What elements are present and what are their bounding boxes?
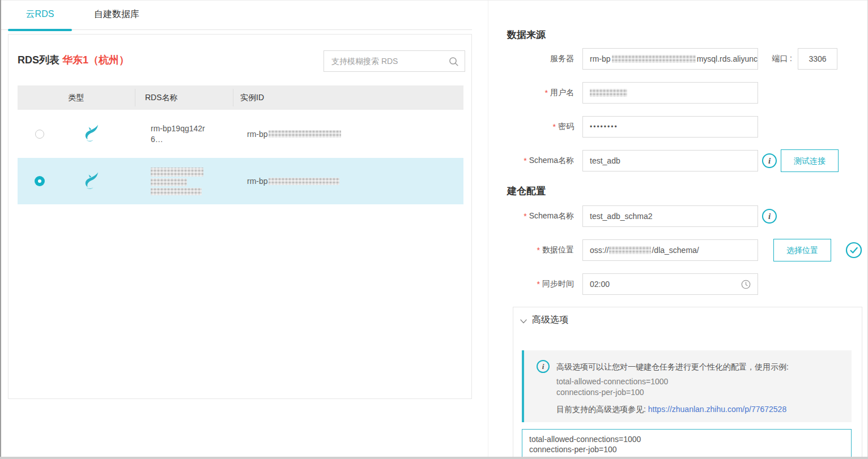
port-label: 端口 :: [763, 48, 792, 70]
test-connection-button[interactable]: 测试连接: [781, 149, 839, 172]
tab-cloud-rds-label: 云RDS: [26, 9, 54, 19]
column-separator: [233, 89, 233, 106]
source-type-tabbar: 云RDS 自建数据库: [0, 0, 472, 30]
column-separator: [135, 89, 135, 106]
row-name-cell: rm-bp19qg142r6…: [135, 123, 233, 145]
reference-line: 目前支持的高级选项参见: https://zhuanlan.zhihu.com/…: [556, 405, 786, 415]
server-label: 服务器: [507, 48, 574, 70]
schema-name-input[interactable]: [582, 150, 758, 171]
advanced-options-textarea[interactable]: total-allowed-connections=1000 connectio…: [522, 429, 852, 459]
one-click-warehouse-page: 云RDS 自建数据库 RDS列表 华东1（杭州） 类型: [0, 0, 868, 459]
schema-name-label: * Schema名称: [507, 150, 574, 171]
check-circle-icon: [845, 242, 862, 261]
advanced-options-title: 高级选项: [532, 314, 568, 326]
radio-selected[interactable]: [35, 176, 45, 186]
warehouse-schema-name-input[interactable]: [582, 205, 758, 227]
advanced-options-panel: 高级选项 i 高级选项可以让您对一键建仓任务进行更个性化的配置，使用示例: to…: [513, 307, 862, 459]
reference-link[interactable]: https://zhuanlan.zhihu.com/p/77672528: [648, 405, 786, 414]
required-asterisk: *: [537, 280, 540, 289]
rds-search-box: [324, 50, 465, 72]
required-asterisk: *: [524, 156, 526, 165]
redacted-instance-id: [269, 130, 341, 138]
required-asterisk: *: [524, 212, 526, 221]
required-asterisk: *: [553, 122, 556, 131]
choose-location-button[interactable]: 选择位置: [773, 239, 831, 261]
redacted-server-host: [612, 55, 696, 63]
info-text: 高级选项可以让您对一键建仓任务进行更个性化的配置，使用示例:: [556, 362, 789, 372]
info-icon[interactable]: i: [762, 209, 777, 224]
username-label: * 用户名: [507, 82, 574, 104]
tab-self-built-db-label: 自建数据库: [94, 9, 139, 19]
column-header-rds-name: RDS名称: [135, 85, 233, 110]
rds-search-input[interactable]: [324, 51, 437, 71]
rds-list-card: RDS列表 华东1（杭州） 类型 RDS名称: [8, 34, 472, 399]
row-instance-cell: rm-bp: [233, 177, 463, 186]
redacted-username: [590, 89, 627, 97]
window-edge: [0, 0, 868, 1]
mysql-dolphin-icon: [82, 124, 100, 144]
clock-icon[interactable]: [741, 280, 751, 291]
window-edge: [0, 457, 868, 459]
password-input[interactable]: [582, 116, 758, 138]
required-asterisk: *: [545, 88, 548, 97]
rds-list-title: RDS列表 华东1（杭州）: [18, 53, 129, 67]
warehouse-schema-name-label: * Schema名称: [507, 205, 574, 227]
redacted-instance-id: [269, 178, 339, 185]
chevron-down-icon: [520, 316, 527, 326]
redacted-oss-bucket: [609, 246, 651, 254]
instance-id-prefix: rm-bp: [247, 177, 268, 186]
server-input[interactable]: rm-bpmysql.rds.aliyunc: [582, 48, 758, 70]
tab-cloud-rds[interactable]: 云RDS: [8, 0, 72, 30]
table-row-selected[interactable]: rm-bp: [18, 158, 463, 204]
username-input[interactable]: [582, 82, 758, 104]
row-type-cell: [62, 124, 135, 144]
data-location-input[interactable]: oss:///dla_schema/: [582, 239, 758, 261]
info-icon[interactable]: i: [762, 153, 777, 168]
port-input[interactable]: [798, 48, 837, 70]
advanced-options-info-box: i 高级选项可以让您对一键建仓任务进行更个性化的配置，使用示例: total-a…: [522, 350, 852, 422]
required-asterisk: *: [537, 246, 540, 255]
data-location-label: * 数据位置: [507, 239, 574, 261]
table-row[interactable]: rm-bp19qg142r6… rm-bp: [18, 110, 463, 158]
rds-table-header: 类型 RDS名称 实例ID: [18, 85, 463, 110]
panel-divider: [488, 0, 488, 459]
rds-name: rm-bp19qg142r6…: [151, 123, 214, 145]
sync-time-input[interactable]: [582, 273, 758, 295]
password-label: * 密码: [507, 116, 574, 138]
radio-unselected[interactable]: [35, 130, 44, 139]
row-select-cell: [18, 176, 62, 186]
column-header-type: 类型: [18, 85, 135, 110]
example-line: total-allowed-connections=1000: [556, 377, 668, 386]
rds-list-title-text: RDS列表: [18, 54, 59, 66]
instance-id-prefix: rm-bp: [247, 130, 268, 139]
mysql-dolphin-icon: [82, 171, 100, 191]
example-line: connections-per-job=100: [556, 388, 644, 397]
advanced-options-toggle[interactable]: 高级选项: [520, 314, 568, 326]
row-name-cell: [135, 168, 233, 195]
row-select-cell: [18, 130, 62, 139]
window-edge: [0, 0, 1, 459]
row-instance-cell: rm-bp: [233, 130, 463, 139]
search-icon[interactable]: [449, 57, 459, 69]
section-heading-warehouse-config: 建仓配置: [507, 185, 546, 198]
column-header-instance-id: 实例ID: [233, 85, 463, 110]
row-type-cell: [62, 171, 135, 191]
region-label: 华东1（杭州）: [62, 54, 129, 66]
section-heading-data-source: 数据来源: [507, 28, 546, 41]
tab-self-built-db[interactable]: 自建数据库: [80, 0, 154, 30]
info-icon: i: [537, 360, 550, 373]
rds-table: 类型 RDS名称 实例ID: [18, 85, 463, 204]
active-tab-underline: [8, 29, 72, 31]
sync-time-label: * 同步时间: [507, 273, 574, 295]
redacted-rds-name: [151, 168, 203, 195]
